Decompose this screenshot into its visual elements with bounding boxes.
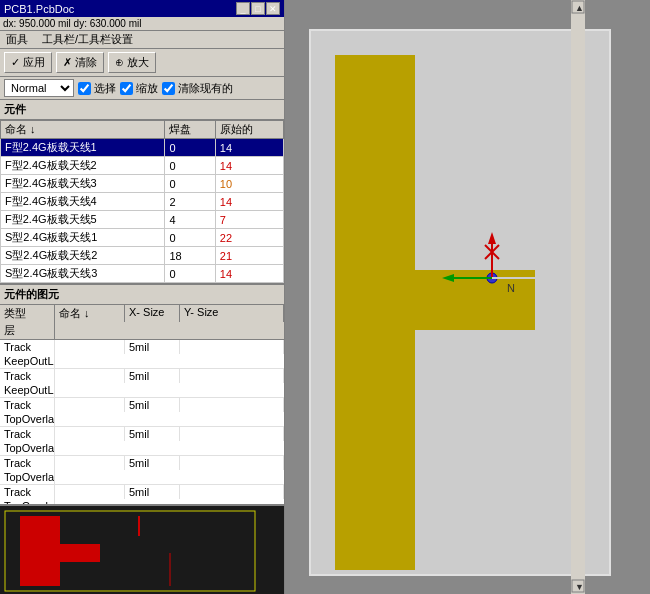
svg-text:N: N <box>507 282 515 294</box>
el-xsize: 5mil <box>125 340 180 354</box>
component-original: 14 <box>215 157 283 175</box>
checkbox-zoom[interactable]: 缩放 <box>120 81 158 96</box>
component-row[interactable]: F型2.4G板载天线3 0 10 <box>1 175 284 193</box>
left-panel: PCB1.PcbDoc _ □ ✕ dx: 950.000 mil dy: 63… <box>0 0 285 594</box>
el-name <box>55 340 125 354</box>
el-name <box>55 485 125 499</box>
toolbar: ✓ 应用 ✗ 清除 ⊕ 放大 <box>0 49 284 77</box>
svg-text:▼: ▼ <box>575 582 584 592</box>
element-row[interactable]: Track 5mil TopOverla <box>0 398 284 427</box>
menu-item-face[interactable]: 面具 <box>3 32 31 47</box>
component-pads: 18 <box>165 247 215 265</box>
svg-rect-14 <box>335 50 415 55</box>
svg-rect-11 <box>415 50 535 270</box>
apply-button[interactable]: ✓ 应用 <box>4 52 52 73</box>
el-col-type: 类型 <box>0 305 55 322</box>
title-buttons: _ □ ✕ <box>236 2 280 15</box>
elements-section-header: 元件的图元 <box>0 285 284 305</box>
component-name: F型2.4G板载天线4 <box>1 193 165 211</box>
minimize-button[interactable]: _ <box>236 2 250 15</box>
close-button[interactable]: ✕ <box>266 2 280 15</box>
preview-svg <box>0 506 284 594</box>
el-col-layer: 层 <box>0 322 55 339</box>
clear-button[interactable]: ✗ 清除 <box>56 52 104 73</box>
component-section-header: 元件 <box>0 100 284 120</box>
component-name: F型2.4G板载天线2 <box>1 157 165 175</box>
svg-rect-6 <box>100 536 118 562</box>
el-col-xsize: X- Size <box>125 305 180 322</box>
element-row[interactable]: Track 5mil TopOverla <box>0 427 284 456</box>
component-name: F型2.4G板载天线3 <box>1 175 165 193</box>
component-row[interactable]: S型2.4G板载天线1 0 22 <box>1 229 284 247</box>
component-row[interactable]: F型2.4G板载天线5 4 7 <box>1 211 284 229</box>
el-type: Track <box>0 398 55 412</box>
component-original: 14 <box>215 193 283 211</box>
component-original: 21 <box>215 247 283 265</box>
elements-section: 元件的图元 类型 命名 ↓ X- Size Y- Size 层 Track 5m… <box>0 285 284 504</box>
component-row[interactable]: F型2.4G板载天线4 2 14 <box>1 193 284 211</box>
menu-bar: 面具 工具栏/工具栏设置 <box>0 31 284 49</box>
el-layer: TopOverla <box>0 441 55 455</box>
el-layer: KeepOutLi <box>0 354 55 368</box>
element-row[interactable]: Track 5mil KeepOutLi <box>0 369 284 398</box>
svg-text:▲: ▲ <box>575 3 584 13</box>
component-row[interactable]: F型2.4G板载天线2 0 14 <box>1 157 284 175</box>
component-row[interactable]: F型2.4G板载天线1 0 14 <box>1 139 284 157</box>
col-pads: 焊盘 <box>165 121 215 139</box>
component-row[interactable]: S型2.4G板载天线3 0 14 <box>1 265 284 283</box>
component-original: 10 <box>215 175 283 193</box>
element-row[interactable]: Track 5mil TopOverla <box>0 456 284 485</box>
svg-rect-4 <box>20 544 100 562</box>
preview-section <box>0 504 284 594</box>
component-original: 22 <box>215 229 283 247</box>
canvas-area: N ▲ ▼ <box>285 0 650 594</box>
el-ysize <box>180 485 284 499</box>
el-name <box>55 369 125 383</box>
el-type: Track <box>0 456 55 470</box>
component-name: S型2.4G板载天线3 <box>1 265 165 283</box>
component-name: S型2.4G板载天线2 <box>1 247 165 265</box>
element-row[interactable]: Track 5mil KeepOutLi <box>0 340 284 369</box>
svg-rect-12 <box>415 330 535 570</box>
el-layer: TopOverla <box>0 412 55 426</box>
elements-table-body: Track 5mil KeepOutLi Track 5mil KeepOutL… <box>0 340 284 504</box>
el-name <box>55 456 125 470</box>
checkbox-select[interactable]: 选择 <box>78 81 116 96</box>
maximize-button[interactable]: □ <box>251 2 265 15</box>
component-row[interactable]: S型2.4G板载天线2 18 21 <box>1 247 284 265</box>
el-ysize <box>180 369 284 383</box>
svg-rect-5 <box>60 516 138 536</box>
el-type: Track <box>0 427 55 441</box>
el-type: Track <box>0 485 55 499</box>
title-bar: PCB1.PcbDoc _ □ ✕ <box>0 0 284 17</box>
el-xsize: 5mil <box>125 427 180 441</box>
el-col-ysize: Y- Size <box>180 305 284 322</box>
mode-select[interactable]: Normal <box>4 79 74 97</box>
component-pads: 0 <box>165 229 215 247</box>
coords-text: dx: 950.000 mil dy: 630.000 mil <box>3 18 141 29</box>
el-ysize <box>180 456 284 470</box>
coords-bar: dx: 950.000 mil dy: 630.000 mil <box>0 17 284 31</box>
el-type: Track <box>0 369 55 383</box>
el-col-name: 命名 ↓ <box>55 305 125 322</box>
elements-table-header: 类型 命名 ↓ X- Size Y- Size 层 <box>0 305 284 340</box>
el-xsize: 5mil <box>125 456 180 470</box>
el-name <box>55 398 125 412</box>
checkbox-clear[interactable]: 清除现有的 <box>162 81 233 96</box>
zoom-button[interactable]: ⊕ 放大 <box>108 52 156 73</box>
col-name: 命名 ↓ <box>1 121 165 139</box>
el-ysize <box>180 340 284 354</box>
component-pads: 4 <box>165 211 215 229</box>
canvas-svg: N ▲ ▼ <box>285 0 650 594</box>
component-pads: 0 <box>165 139 215 157</box>
el-type: Track <box>0 340 55 354</box>
el-name <box>55 427 125 441</box>
el-layer: KeepOutLi <box>0 383 55 397</box>
component-pads: 0 <box>165 175 215 193</box>
component-original: 14 <box>215 139 283 157</box>
el-xsize: 5mil <box>125 369 180 383</box>
element-row[interactable]: Track 5mil TopOverla <box>0 485 284 504</box>
component-pads: 0 <box>165 157 215 175</box>
menu-item-tools[interactable]: 工具栏/工具栏设置 <box>39 32 136 47</box>
svg-rect-25 <box>571 0 585 594</box>
